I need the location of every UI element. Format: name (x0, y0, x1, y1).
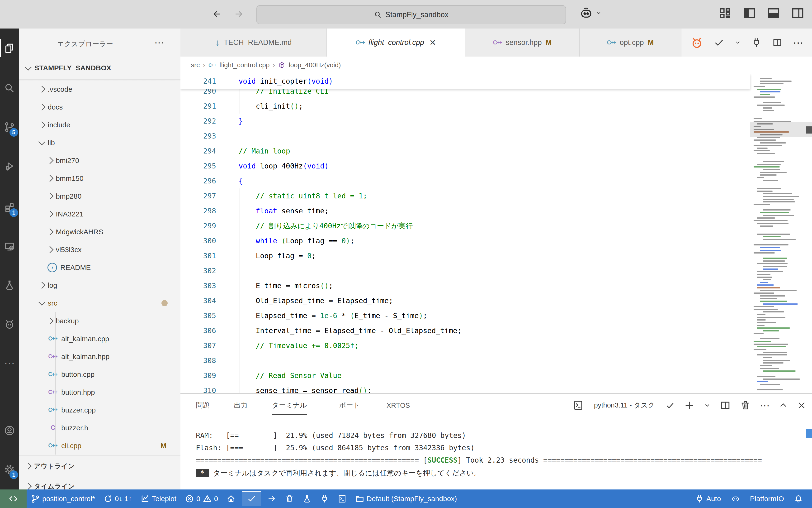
tree-item-buzzer.h[interactable]: Cbuzzer.h (19, 419, 181, 437)
tree-item-docs[interactable]: docs (19, 98, 181, 116)
status-pio-upload[interactable] (263, 490, 281, 508)
status-pio-test[interactable] (298, 490, 316, 508)
new-terminal-icon[interactable] (684, 400, 695, 411)
toggle-secondary-sidebar-icon[interactable] (791, 7, 804, 20)
panel-tab-出力[interactable]: 出力 (234, 394, 248, 417)
toggle-sidebar-icon[interactable] (743, 7, 756, 20)
tree-item-button.hpp[interactable]: C++button.hpp (19, 383, 181, 401)
close-panel-icon[interactable] (797, 400, 806, 410)
kill-terminal-icon[interactable] (740, 400, 751, 411)
tree-item-cli.cpp[interactable]: C++cli.cppM (19, 437, 181, 455)
nav-back-icon[interactable] (209, 6, 226, 22)
minimap[interactable] (750, 74, 797, 393)
tree-item-src[interactable]: src (19, 294, 181, 312)
panel-tab-XRTOS[interactable]: XRTOS (387, 394, 410, 417)
copilot-menu[interactable] (579, 6, 602, 20)
tab-sensor.hpp[interactable]: C++sensor.hppM (465, 29, 580, 56)
upload-plug[interactable] (751, 37, 762, 48)
breadcrumb-item[interactable]: flight_control.cpp (220, 61, 270, 69)
tree-item-alt_kalman.cpp[interactable]: C++alt_kalman.cpp (19, 330, 181, 348)
panel-tab-ターミナル[interactable]: ターミナル (272, 394, 307, 417)
tree-item-buzzer.cpp[interactable]: C++buzzer.cpp (19, 401, 181, 419)
tree-item-alt_kalman.hpp[interactable]: C++alt_kalman.hpp (19, 348, 181, 366)
status-pio-terminal[interactable] (333, 490, 351, 508)
panel-more-icon[interactable]: ⋯ (760, 400, 770, 411)
status-pio-serial-monitor[interactable] (316, 490, 333, 508)
status-notifications-bell[interactable] (790, 490, 807, 508)
sticky-scroll-line[interactable]: 241void init_copter(void) (181, 74, 750, 89)
run-task-dropdown[interactable] (734, 39, 741, 46)
status-problems[interactable]: 00 (181, 490, 222, 508)
activity-item-search[interactable] (0, 77, 19, 99)
activity-item-settings[interactable]: 1 (0, 458, 19, 481)
tree-item-vl53l3cx[interactable]: vl53l3cx (19, 241, 181, 258)
status-teleplot[interactable]: Teleplot (136, 490, 181, 508)
activity-item-platformio[interactable] (0, 313, 19, 336)
nav-forward-icon[interactable] (230, 6, 247, 22)
status-pio-home[interactable] (222, 490, 240, 508)
sidebar-more-actions-icon[interactable]: ⋯ (154, 37, 165, 48)
tree-item-lib[interactable]: lib (19, 134, 181, 152)
tree-item-backup[interactable]: backup (19, 312, 181, 330)
activity-item-run-debug[interactable] (0, 155, 19, 177)
activity-item-accounts[interactable] (0, 419, 19, 442)
tree-item-README[interactable]: iREADME (19, 258, 181, 276)
status-git-branch[interactable]: position_control* (27, 490, 99, 508)
activity-item-more[interactable]: ⋯ (0, 352, 19, 375)
activity-item-remote-explorer[interactable] (0, 235, 19, 258)
status-pio-env[interactable]: Default (StampFly_sandbox) (351, 490, 461, 508)
panel-tab-ポート[interactable]: ポート (339, 394, 360, 417)
tree-item-bmi270[interactable]: bmi270 (19, 152, 181, 169)
tab-opt.cpp[interactable]: C++opt.cppM (580, 29, 681, 56)
tab-flight_control.cpp[interactable]: C++flight_control.cpp✕ (327, 29, 465, 56)
code-text: // Main loop (239, 143, 290, 159)
tree-item-INA3221[interactable]: INA3221 (19, 205, 181, 223)
status-copilot-status[interactable] (727, 490, 744, 508)
close-icon[interactable]: ✕ (429, 38, 436, 47)
tree-item-MdgwickAHRS[interactable]: MdgwickAHRS (19, 223, 181, 241)
scrollbar-thumb[interactable] (806, 126, 812, 133)
breadcrumb-item[interactable]: src (191, 61, 200, 69)
tree-item-bmp280[interactable]: bmp280 (19, 187, 181, 205)
status-pio-build[interactable] (242, 491, 261, 506)
split-editor[interactable] (772, 37, 782, 48)
terminal-task-label[interactable]: python3.11 - タスク (594, 400, 655, 410)
customize-layout-icon[interactable] (718, 7, 732, 20)
command-center-search[interactable]: StampFly_sandbox (256, 5, 566, 24)
terminal-icon[interactable] (573, 400, 584, 411)
panel-tab-問題[interactable]: 問題 (196, 394, 210, 417)
status-serial-port-auto[interactable]: Auto (691, 490, 725, 508)
editor-more-actions[interactable]: ⋯ (793, 37, 804, 49)
status-git-sync[interactable]: 0↓ 1↑ (99, 490, 136, 508)
breadcrumb[interactable]: src›C++flight_control.cpp›loop_400Hz(voi… (181, 56, 812, 74)
remote-icon (4, 241, 15, 252)
platformio-build-icon[interactable] (690, 36, 703, 49)
minimap-line (760, 282, 768, 283)
tree-item-.vscode[interactable]: .vscode (19, 80, 181, 98)
minimap-slider[interactable] (750, 122, 812, 137)
status-platformio-status[interactable]: PlatformIO (746, 490, 788, 508)
activity-item-testing[interactable] (0, 274, 19, 297)
tree-item-bmm150[interactable]: bmm150 (19, 169, 181, 187)
maximize-panel-icon[interactable] (779, 401, 788, 410)
line-number: 301 (181, 248, 216, 263)
status-pio-clean[interactable] (281, 490, 298, 508)
split-terminal-icon[interactable] (720, 400, 731, 411)
run-task-check[interactable] (714, 37, 724, 48)
status-remote-indicator[interactable] (0, 490, 27, 508)
tree-root-row[interactable]: STAMPFLY_SANDBOX (19, 59, 181, 77)
activity-item-extensions[interactable]: 1 (0, 196, 19, 219)
terminal-dropdown-icon[interactable] (704, 402, 711, 409)
breadcrumb-item[interactable]: loop_400Hz(void) (289, 61, 341, 69)
section-timeline[interactable]: タイムライン (19, 476, 181, 490)
toggle-panel-icon[interactable] (767, 7, 780, 20)
section-outline[interactable]: アウトライン (19, 456, 181, 476)
terminal-scrollbar[interactable] (806, 429, 812, 438)
tree-item-button.cpp[interactable]: C++button.cpp (19, 366, 181, 383)
activity-item-explorer[interactable] (0, 37, 19, 60)
tree-item-log[interactable]: log (19, 276, 181, 294)
tab-TECH_README.md[interactable]: ↓TECH_README.md (181, 29, 327, 56)
code-editor[interactable]: 290 // Initialize CLI291 cli_init();292}… (181, 74, 812, 393)
tree-item-include[interactable]: include (19, 116, 181, 134)
activity-item-source-control[interactable]: 5 (0, 116, 19, 138)
